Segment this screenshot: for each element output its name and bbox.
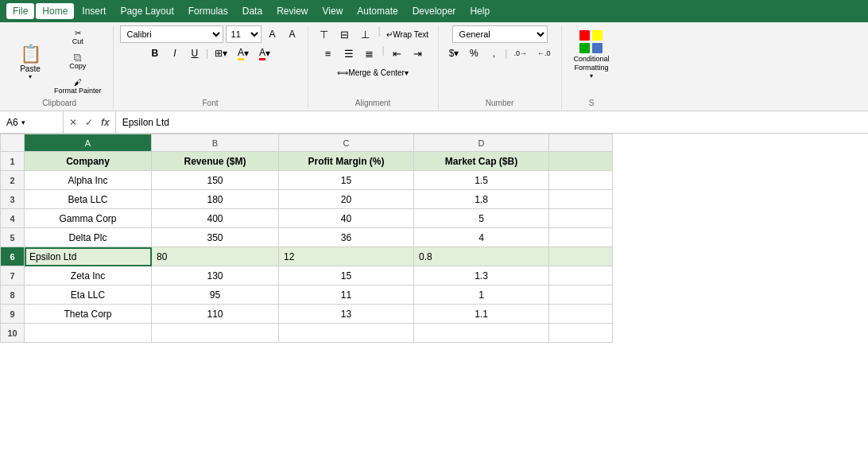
col-header-e[interactable] xyxy=(549,134,613,152)
cell-9-2[interactable]: 13 xyxy=(279,305,414,324)
fill-color-button[interactable]: A ▾ xyxy=(234,45,253,62)
cell-9-1[interactable]: 110 xyxy=(152,305,279,324)
cell-2-0[interactable]: Alpha Inc xyxy=(25,171,152,190)
menu-home[interactable]: Home xyxy=(36,3,74,19)
row-header-1[interactable]: 1 xyxy=(1,152,25,171)
row-header-2[interactable]: 2 xyxy=(1,171,25,190)
cell-8-2[interactable]: 11 xyxy=(279,285,414,305)
cell-3-2[interactable]: 20 xyxy=(279,190,414,209)
conditional-formatting-button[interactable]: ConditionalFormatting ▾ xyxy=(568,25,615,83)
decrease-decimal-button[interactable]: ←.0 xyxy=(533,45,555,62)
cell-1-0[interactable]: Company xyxy=(25,152,152,171)
cell-8-4[interactable] xyxy=(549,285,613,305)
col-header-a[interactable]: A xyxy=(25,134,152,152)
cell-5-2[interactable]: 36 xyxy=(279,228,414,247)
align-bottom-button[interactable]: ⊥ xyxy=(356,25,375,43)
cell-5-1[interactable]: 350 xyxy=(152,228,279,247)
cell-8-3[interactable]: 1 xyxy=(414,285,549,305)
border-button[interactable]: ⊞▾ xyxy=(211,45,231,62)
row-header-9[interactable]: 9 xyxy=(1,305,25,324)
decrease-font-button[interactable]: A xyxy=(284,25,301,43)
font-size-select[interactable]: 11 xyxy=(226,25,262,43)
copy-button[interactable]: ⿻ Copy xyxy=(49,50,107,73)
merge-center-button[interactable]: ⟺ Merge & Center ▾ xyxy=(333,64,413,81)
cell-4-2[interactable]: 40 xyxy=(279,209,414,228)
align-right-button[interactable]: ≣ xyxy=(360,45,379,62)
menu-data[interactable]: Data xyxy=(236,3,269,19)
cell-4-3[interactable]: 5 xyxy=(414,209,549,228)
increase-indent-button[interactable]: ⇥ xyxy=(409,45,428,62)
cell-2-3[interactable]: 1.5 xyxy=(414,171,549,190)
wrap-text-button[interactable]: ↵ Wrap Text xyxy=(384,25,432,43)
align-middle-button[interactable]: ⊟ xyxy=(335,25,355,43)
cell-3-0[interactable]: Beta LLC xyxy=(25,190,152,209)
menu-insert[interactable]: Insert xyxy=(76,3,112,19)
cell-reference-box[interactable]: A6 ▾ xyxy=(0,111,64,133)
menu-help[interactable]: Help xyxy=(463,3,496,19)
col-header-b[interactable]: B xyxy=(152,134,279,152)
cell-10-0[interactable] xyxy=(25,324,152,343)
cell-6-0[interactable]: Epsilon Ltd xyxy=(25,247,152,266)
cell-1-3[interactable]: Market Cap ($B) xyxy=(414,152,549,171)
cell-2-1[interactable]: 150 xyxy=(152,171,279,190)
cell-6-3[interactable]: 0.8 xyxy=(414,247,549,266)
number-format-select[interactable]: General xyxy=(452,25,548,43)
align-top-button[interactable]: ⊤ xyxy=(315,25,334,43)
menu-developer[interactable]: Developer xyxy=(406,3,463,19)
menu-page-layout[interactable]: Page Layout xyxy=(114,3,180,19)
row-header-3[interactable]: 3 xyxy=(1,190,25,209)
menu-review[interactable]: Review xyxy=(270,3,314,19)
cell-6-2[interactable]: 12 xyxy=(279,247,414,266)
cell-8-1[interactable]: 95 xyxy=(152,285,279,305)
cell-6-4[interactable] xyxy=(549,247,613,266)
cell-7-1[interactable]: 130 xyxy=(152,266,279,285)
cell-7-0[interactable]: Zeta Inc xyxy=(25,266,152,285)
align-left-button[interactable]: ≡ xyxy=(319,45,338,62)
cell-2-2[interactable]: 15 xyxy=(279,171,414,190)
increase-font-button[interactable]: A xyxy=(264,25,281,43)
menu-file[interactable]: File xyxy=(6,3,34,19)
cell-7-4[interactable] xyxy=(549,266,613,285)
row-header-7[interactable]: 7 xyxy=(1,266,25,285)
col-header-d[interactable]: D xyxy=(414,134,549,152)
confirm-formula-button[interactable]: ✓ xyxy=(83,117,95,128)
comma-button[interactable]: , xyxy=(485,45,502,62)
cancel-formula-button[interactable]: ✕ xyxy=(67,117,79,128)
bold-button[interactable]: B xyxy=(146,45,164,62)
cell-5-4[interactable] xyxy=(549,228,613,247)
cell-4-4[interactable] xyxy=(549,209,613,228)
cell-9-0[interactable]: Theta Corp xyxy=(25,305,152,324)
decrease-indent-button[interactable]: ⇤ xyxy=(388,45,407,62)
cell-3-4[interactable] xyxy=(549,190,613,209)
insert-function-button[interactable]: fx xyxy=(99,117,112,128)
cell-1-2[interactable]: Profit Margin (%) xyxy=(279,152,414,171)
increase-decimal-button[interactable]: .0→ xyxy=(510,45,531,62)
row-header-4[interactable]: 4 xyxy=(1,209,25,228)
col-header-c[interactable]: C xyxy=(279,134,414,152)
percent-button[interactable]: % xyxy=(465,45,482,62)
cell-4-0[interactable]: Gamma Corp xyxy=(25,209,152,228)
row-header-5[interactable]: 5 xyxy=(1,228,25,247)
cell-2-4[interactable] xyxy=(549,171,613,190)
cut-button[interactable]: ✂ Cut xyxy=(49,25,107,49)
cell-3-1[interactable]: 180 xyxy=(152,190,279,209)
cell-10-1[interactable] xyxy=(152,324,279,343)
cell-4-1[interactable]: 400 xyxy=(152,209,279,228)
row-header-8[interactable]: 8 xyxy=(1,285,25,305)
cell-10-2[interactable] xyxy=(279,324,414,343)
cell-8-0[interactable]: Eta LLC xyxy=(25,285,152,305)
menu-view[interactable]: View xyxy=(316,3,350,19)
font-color-button[interactable]: A ▾ xyxy=(255,45,274,62)
row-header-6[interactable]: 6 xyxy=(1,247,25,266)
formula-input[interactable] xyxy=(116,117,868,128)
menu-automate[interactable]: Automate xyxy=(351,3,404,19)
cell-7-2[interactable]: 15 xyxy=(279,266,414,285)
cell-1-4[interactable] xyxy=(549,152,613,171)
cell-1-1[interactable]: Revenue ($M) xyxy=(152,152,279,171)
cell-9-4[interactable] xyxy=(549,305,613,324)
font-name-select[interactable]: Calibri xyxy=(120,25,223,43)
format-painter-button[interactable]: 🖌 Format Painter xyxy=(49,75,107,98)
align-center-button[interactable]: ☰ xyxy=(339,45,358,62)
cell-10-3[interactable] xyxy=(414,324,549,343)
underline-button[interactable]: U xyxy=(186,45,203,62)
